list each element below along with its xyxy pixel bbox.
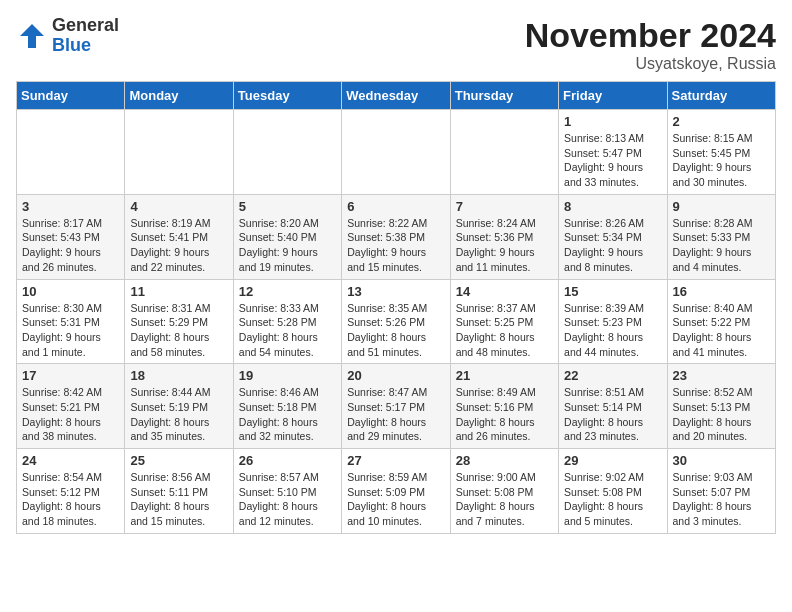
calendar-cell: 15Sunrise: 8:39 AM Sunset: 5:23 PM Dayli… (559, 279, 667, 364)
col-header-friday: Friday (559, 82, 667, 110)
logo-text: General Blue (52, 16, 119, 56)
calendar-week-5: 24Sunrise: 8:54 AM Sunset: 5:12 PM Dayli… (17, 449, 776, 534)
day-number: 29 (564, 453, 661, 468)
calendar-cell: 19Sunrise: 8:46 AM Sunset: 5:18 PM Dayli… (233, 364, 341, 449)
location: Usyatskoye, Russia (525, 55, 776, 73)
day-number: 15 (564, 284, 661, 299)
col-header-tuesday: Tuesday (233, 82, 341, 110)
day-number: 24 (22, 453, 119, 468)
calendar-cell: 5Sunrise: 8:20 AM Sunset: 5:40 PM Daylig… (233, 194, 341, 279)
day-number: 2 (673, 114, 770, 129)
calendar-cell: 7Sunrise: 8:24 AM Sunset: 5:36 PM Daylig… (450, 194, 558, 279)
day-info: Sunrise: 8:52 AM Sunset: 5:13 PM Dayligh… (673, 385, 770, 444)
calendar-cell: 24Sunrise: 8:54 AM Sunset: 5:12 PM Dayli… (17, 449, 125, 534)
day-number: 23 (673, 368, 770, 383)
calendar-cell: 21Sunrise: 8:49 AM Sunset: 5:16 PM Dayli… (450, 364, 558, 449)
day-info: Sunrise: 8:37 AM Sunset: 5:25 PM Dayligh… (456, 301, 553, 360)
day-info: Sunrise: 8:42 AM Sunset: 5:21 PM Dayligh… (22, 385, 119, 444)
calendar-cell: 9Sunrise: 8:28 AM Sunset: 5:33 PM Daylig… (667, 194, 775, 279)
day-number: 27 (347, 453, 444, 468)
day-info: Sunrise: 8:54 AM Sunset: 5:12 PM Dayligh… (22, 470, 119, 529)
calendar-week-1: 1Sunrise: 8:13 AM Sunset: 5:47 PM Daylig… (17, 110, 776, 195)
calendar-cell: 17Sunrise: 8:42 AM Sunset: 5:21 PM Dayli… (17, 364, 125, 449)
day-info: Sunrise: 8:26 AM Sunset: 5:34 PM Dayligh… (564, 216, 661, 275)
day-info: Sunrise: 8:31 AM Sunset: 5:29 PM Dayligh… (130, 301, 227, 360)
calendar-cell: 3Sunrise: 8:17 AM Sunset: 5:43 PM Daylig… (17, 194, 125, 279)
logo-icon (16, 20, 48, 52)
day-number: 12 (239, 284, 336, 299)
calendar-cell (342, 110, 450, 195)
day-info: Sunrise: 8:46 AM Sunset: 5:18 PM Dayligh… (239, 385, 336, 444)
day-number: 25 (130, 453, 227, 468)
svg-marker-0 (20, 24, 44, 48)
col-header-saturday: Saturday (667, 82, 775, 110)
day-number: 7 (456, 199, 553, 214)
day-info: Sunrise: 8:40 AM Sunset: 5:22 PM Dayligh… (673, 301, 770, 360)
calendar-cell: 14Sunrise: 8:37 AM Sunset: 5:25 PM Dayli… (450, 279, 558, 364)
day-info: Sunrise: 8:24 AM Sunset: 5:36 PM Dayligh… (456, 216, 553, 275)
day-info: Sunrise: 8:13 AM Sunset: 5:47 PM Dayligh… (564, 131, 661, 190)
calendar-cell: 27Sunrise: 8:59 AM Sunset: 5:09 PM Dayli… (342, 449, 450, 534)
calendar-cell: 22Sunrise: 8:51 AM Sunset: 5:14 PM Dayli… (559, 364, 667, 449)
day-info: Sunrise: 8:51 AM Sunset: 5:14 PM Dayligh… (564, 385, 661, 444)
title-block: November 2024 Usyatskoye, Russia (525, 16, 776, 73)
calendar-cell: 1Sunrise: 8:13 AM Sunset: 5:47 PM Daylig… (559, 110, 667, 195)
calendar-cell: 30Sunrise: 9:03 AM Sunset: 5:07 PM Dayli… (667, 449, 775, 534)
day-number: 20 (347, 368, 444, 383)
day-info: Sunrise: 8:19 AM Sunset: 5:41 PM Dayligh… (130, 216, 227, 275)
calendar-week-2: 3Sunrise: 8:17 AM Sunset: 5:43 PM Daylig… (17, 194, 776, 279)
day-info: Sunrise: 8:56 AM Sunset: 5:11 PM Dayligh… (130, 470, 227, 529)
day-info: Sunrise: 8:47 AM Sunset: 5:17 PM Dayligh… (347, 385, 444, 444)
day-info: Sunrise: 8:30 AM Sunset: 5:31 PM Dayligh… (22, 301, 119, 360)
day-number: 30 (673, 453, 770, 468)
calendar-cell: 18Sunrise: 8:44 AM Sunset: 5:19 PM Dayli… (125, 364, 233, 449)
day-number: 11 (130, 284, 227, 299)
calendar-cell: 16Sunrise: 8:40 AM Sunset: 5:22 PM Dayli… (667, 279, 775, 364)
day-info: Sunrise: 8:59 AM Sunset: 5:09 PM Dayligh… (347, 470, 444, 529)
col-header-monday: Monday (125, 82, 233, 110)
day-info: Sunrise: 8:17 AM Sunset: 5:43 PM Dayligh… (22, 216, 119, 275)
day-number: 14 (456, 284, 553, 299)
day-number: 6 (347, 199, 444, 214)
calendar-cell (233, 110, 341, 195)
logo-blue: Blue (52, 36, 119, 56)
page-header: General Blue November 2024 Usyatskoye, R… (16, 16, 776, 73)
day-number: 18 (130, 368, 227, 383)
day-number: 13 (347, 284, 444, 299)
day-info: Sunrise: 8:35 AM Sunset: 5:26 PM Dayligh… (347, 301, 444, 360)
calendar-week-4: 17Sunrise: 8:42 AM Sunset: 5:21 PM Dayli… (17, 364, 776, 449)
day-info: Sunrise: 8:28 AM Sunset: 5:33 PM Dayligh… (673, 216, 770, 275)
calendar-cell: 10Sunrise: 8:30 AM Sunset: 5:31 PM Dayli… (17, 279, 125, 364)
calendar-cell (450, 110, 558, 195)
calendar-cell: 20Sunrise: 8:47 AM Sunset: 5:17 PM Dayli… (342, 364, 450, 449)
day-number: 9 (673, 199, 770, 214)
calendar-cell: 2Sunrise: 8:15 AM Sunset: 5:45 PM Daylig… (667, 110, 775, 195)
col-header-sunday: Sunday (17, 82, 125, 110)
calendar-cell: 12Sunrise: 8:33 AM Sunset: 5:28 PM Dayli… (233, 279, 341, 364)
day-info: Sunrise: 8:15 AM Sunset: 5:45 PM Dayligh… (673, 131, 770, 190)
logo: General Blue (16, 16, 119, 56)
day-number: 5 (239, 199, 336, 214)
col-header-thursday: Thursday (450, 82, 558, 110)
calendar-cell: 26Sunrise: 8:57 AM Sunset: 5:10 PM Dayli… (233, 449, 341, 534)
day-info: Sunrise: 8:57 AM Sunset: 5:10 PM Dayligh… (239, 470, 336, 529)
day-number: 26 (239, 453, 336, 468)
logo-general: General (52, 16, 119, 36)
calendar-table: SundayMondayTuesdayWednesdayThursdayFrid… (16, 81, 776, 534)
calendar-week-3: 10Sunrise: 8:30 AM Sunset: 5:31 PM Dayli… (17, 279, 776, 364)
calendar-cell: 4Sunrise: 8:19 AM Sunset: 5:41 PM Daylig… (125, 194, 233, 279)
day-number: 4 (130, 199, 227, 214)
day-number: 1 (564, 114, 661, 129)
day-number: 22 (564, 368, 661, 383)
col-header-wednesday: Wednesday (342, 82, 450, 110)
day-info: Sunrise: 8:49 AM Sunset: 5:16 PM Dayligh… (456, 385, 553, 444)
day-info: Sunrise: 8:20 AM Sunset: 5:40 PM Dayligh… (239, 216, 336, 275)
calendar-cell: 23Sunrise: 8:52 AM Sunset: 5:13 PM Dayli… (667, 364, 775, 449)
day-number: 21 (456, 368, 553, 383)
day-info: Sunrise: 8:33 AM Sunset: 5:28 PM Dayligh… (239, 301, 336, 360)
calendar-cell: 8Sunrise: 8:26 AM Sunset: 5:34 PM Daylig… (559, 194, 667, 279)
day-info: Sunrise: 9:02 AM Sunset: 5:08 PM Dayligh… (564, 470, 661, 529)
calendar-header-row: SundayMondayTuesdayWednesdayThursdayFrid… (17, 82, 776, 110)
day-info: Sunrise: 9:00 AM Sunset: 5:08 PM Dayligh… (456, 470, 553, 529)
day-number: 10 (22, 284, 119, 299)
